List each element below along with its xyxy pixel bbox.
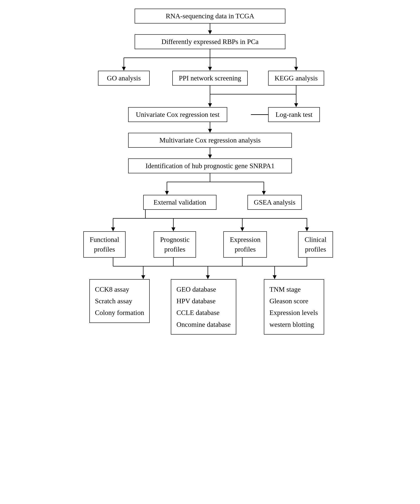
univariate-cox-box: Univariate Cox regression test bbox=[128, 107, 227, 122]
ext-gsea-row: External validation GSEA analysis bbox=[59, 195, 361, 210]
svg-marker-49 bbox=[273, 275, 277, 279]
kegg-analysis-box: KEGG analysis bbox=[268, 71, 324, 86]
rna-seq-box: RNA-sequencing data in TCGA bbox=[135, 9, 285, 24]
three-branch bbox=[102, 49, 318, 71]
multivariate-cox-box: Multivariate Cox regression analysis bbox=[128, 133, 292, 148]
bottom-branch bbox=[81, 258, 339, 279]
svg-marker-24 bbox=[165, 191, 169, 195]
go-analysis-box: GO analysis bbox=[98, 71, 150, 86]
arrow-2 bbox=[206, 122, 214, 133]
profiles-row: Functional profiles Prognostic profiles … bbox=[81, 231, 339, 258]
svg-marker-36 bbox=[305, 228, 309, 231]
svg-marker-7 bbox=[208, 67, 212, 71]
gsea-analysis-box: GSEA analysis bbox=[248, 195, 302, 210]
prognostic-profiles-box: Prognostic profiles bbox=[154, 231, 196, 258]
svg-marker-43 bbox=[141, 275, 145, 279]
univariate-logrank-row: Univariate Cox regression test Log-rank … bbox=[59, 107, 361, 122]
tnm-group-box: TNM stage Gleason score Expression level… bbox=[264, 279, 324, 335]
expression-profiles-box: Expression profiles bbox=[223, 231, 267, 258]
flowchart: RNA-sequencing data in TCGA Differently … bbox=[59, 9, 361, 335]
svg-marker-9 bbox=[294, 67, 298, 71]
diff-expressed-box: Differently expressed RBPs in PCa bbox=[135, 34, 285, 49]
ppi-network-box: PPI network screening bbox=[172, 71, 248, 86]
functional-profiles-box: Functional profiles bbox=[83, 231, 126, 258]
svg-marker-18 bbox=[208, 129, 212, 133]
log-rank-box: Log-rank test bbox=[268, 107, 320, 122]
svg-marker-1 bbox=[208, 30, 212, 34]
bottom-boxes-row: CCK8 assay Scratch assay Colony formatio… bbox=[81, 279, 339, 335]
svg-marker-16 bbox=[294, 103, 298, 107]
svg-marker-26 bbox=[262, 191, 266, 195]
svg-marker-46 bbox=[206, 275, 210, 279]
arrow-3 bbox=[206, 148, 214, 158]
clinical-profiles-box: Clinical profiles bbox=[298, 231, 333, 258]
cck8-group-box: CCK8 assay Scratch assay Colony formatio… bbox=[89, 279, 150, 323]
external-validation-box: External validation bbox=[143, 195, 216, 210]
svg-marker-20 bbox=[208, 155, 212, 158]
hub-gene-box: Identification of hub prognostic gene SN… bbox=[128, 158, 292, 173]
svg-marker-5 bbox=[122, 67, 126, 71]
svg-marker-34 bbox=[240, 228, 244, 231]
go-ppi-kegg-row: GO analysis PPI network screening KEGG a… bbox=[59, 71, 361, 86]
svg-marker-30 bbox=[111, 228, 115, 231]
arrow-1 bbox=[206, 24, 214, 34]
hub-branch bbox=[124, 173, 296, 195]
svg-marker-32 bbox=[172, 228, 175, 231]
four-branch bbox=[81, 210, 339, 231]
svg-marker-14 bbox=[208, 103, 212, 107]
ppi-kegg-connector bbox=[102, 86, 318, 107]
geo-group-box: GEO database HPV database CCLE database … bbox=[171, 279, 236, 335]
